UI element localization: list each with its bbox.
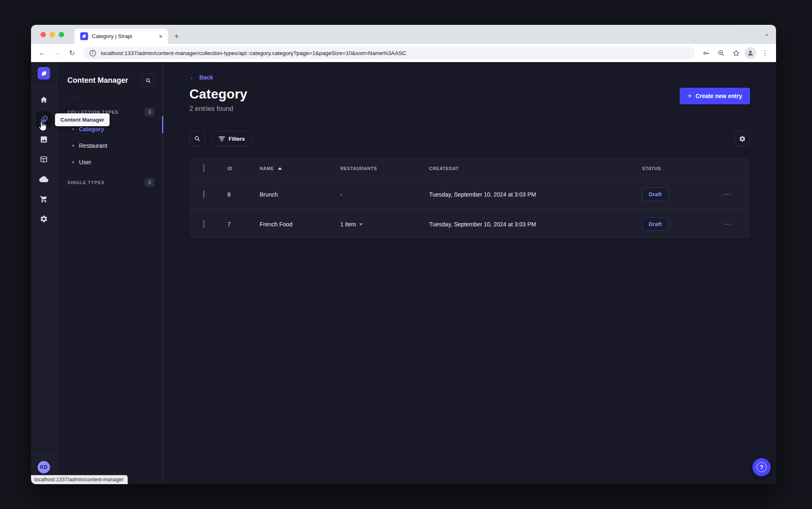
filters-label: Filters <box>229 136 245 142</box>
cell-id: 8 <box>213 191 245 198</box>
page-title: Category <box>189 86 247 102</box>
single-types-label: SINGLE TYPES <box>67 180 105 185</box>
tab-overflow-chevron-icon[interactable]: ⌄ <box>764 30 769 37</box>
browser-menu-icon[interactable]: ⋮ <box>759 47 771 59</box>
browser-reload-button[interactable]: ↻ <box>66 47 78 59</box>
subnav-search-button[interactable] <box>141 74 155 87</box>
filter-icon <box>219 136 225 142</box>
table-row[interactable]: 7 French Food 1 item Tuesday, September … <box>189 209 750 239</box>
content-type-builder-icon[interactable] <box>36 151 52 168</box>
create-button-label: Create new entry <box>695 93 742 99</box>
browser-toolbar: ← → ↻ localhost:1337/admin/content-manag… <box>31 44 776 62</box>
column-header-id[interactable]: ID <box>213 166 245 171</box>
status-bar-link-preview: localhost:1337/admin/content-manager <box>31 475 128 484</box>
hand-cursor-icon <box>38 121 48 132</box>
cell-restaurants: - <box>325 191 414 198</box>
rail-divider <box>31 87 57 87</box>
column-header-restaurants[interactable]: RESTAURANTS <box>325 166 414 171</box>
arrow-left-icon: ← <box>189 74 196 81</box>
browser-forward-button[interactable]: → <box>51 47 63 59</box>
bullet-icon <box>72 128 74 130</box>
table-search-button[interactable] <box>189 131 205 146</box>
select-all-checkbox[interactable] <box>203 164 204 172</box>
close-window-button[interactable] <box>41 32 46 37</box>
row-more-actions-icon[interactable]: ⋯ <box>723 220 731 228</box>
gear-icon <box>739 135 746 142</box>
single-types-count: 0 <box>145 178 155 187</box>
nav-item-label: Category <box>79 126 104 132</box>
table-header-row: ID NAME RESTAURANTS CREATEDAT STATUS <box>189 158 750 179</box>
cell-id: 7 <box>213 221 245 228</box>
nav-item-label: User <box>79 159 91 166</box>
entries-table: ID NAME RESTAURANTS CREATEDAT STATUS 8 B… <box>189 158 750 239</box>
marketplace-cart-icon[interactable] <box>36 191 52 207</box>
question-mark-icon: ? <box>757 462 767 472</box>
url-text: localhost:1337/admin/content-manager/col… <box>101 50 406 56</box>
column-header-createdat[interactable]: CREATEDAT <box>414 166 627 171</box>
column-header-name[interactable]: NAME <box>245 166 325 171</box>
bullet-icon <box>72 161 74 163</box>
browser-back-button[interactable]: ← <box>36 47 48 59</box>
main-content: ← Back Category 2 entries found + Create… <box>163 62 776 484</box>
window-controls <box>41 32 64 37</box>
zoom-in-icon[interactable] <box>715 47 727 59</box>
rail-bottom-divider <box>31 455 57 456</box>
info-icon[interactable] <box>89 49 97 57</box>
back-link[interactable]: ← Back <box>189 74 213 81</box>
row-more-actions-icon[interactable]: ⋯ <box>723 190 731 199</box>
cell-createdat: Tuesday, September 10, 2024 at 3:03 PM <box>414 191 627 198</box>
cell-name: Brunch <box>245 191 325 198</box>
sidebar-item-user[interactable]: User <box>67 154 155 170</box>
minimize-window-button[interactable] <box>50 32 55 37</box>
browser-tab[interactable]: Category | Strapi × <box>74 29 168 44</box>
browser-tab-strip: Category | Strapi × + ⌄ <box>31 25 776 44</box>
strapi-admin: KD Content Manager COLLECTION TYPES 3 Ca… <box>31 62 776 484</box>
sidebar-item-restaurant[interactable]: Restaurant <box>67 137 155 154</box>
search-icon <box>145 77 151 84</box>
cell-name: French Food <box>245 221 325 228</box>
strapi-logo[interactable] <box>38 67 50 79</box>
home-icon[interactable] <box>36 91 52 108</box>
bookmark-star-icon[interactable] <box>730 47 742 59</box>
bullet-icon <box>72 145 74 146</box>
cell-createdat: Tuesday, September 10, 2024 at 3:03 PM <box>414 221 627 228</box>
view-settings-button[interactable] <box>734 131 750 146</box>
user-avatar[interactable]: KD <box>38 461 50 473</box>
content-manager-tooltip: Content Manager <box>55 113 110 126</box>
subnav-divider <box>67 97 77 98</box>
subnav-title: Content Manager <box>67 76 128 85</box>
status-badge: Draft <box>642 217 669 231</box>
media-library-icon[interactable] <box>36 131 52 148</box>
chevron-down-icon <box>359 223 363 226</box>
row-checkbox[interactable] <box>203 190 204 198</box>
status-badge: Draft <box>642 187 669 201</box>
cell-restaurants[interactable]: 1 item <box>325 221 414 228</box>
settings-gear-icon[interactable] <box>36 211 52 227</box>
back-label: Back <box>199 74 213 81</box>
tab-title: Category | Strapi <box>92 33 154 39</box>
password-key-icon[interactable] <box>700 47 712 59</box>
help-button[interactable]: ? <box>752 458 771 476</box>
nav-item-label: Restaurant <box>79 142 107 149</box>
plus-icon: + <box>688 92 692 100</box>
new-tab-button[interactable]: + <box>170 30 183 43</box>
browser-window: Category | Strapi × + ⌄ ← → ↻ localhost:… <box>31 25 776 484</box>
tab-close-icon[interactable]: × <box>158 33 164 40</box>
column-header-status[interactable]: STATUS <box>627 166 708 171</box>
search-icon <box>194 135 201 142</box>
active-item-indicator <box>162 116 163 133</box>
address-bar[interactable]: localhost:1337/admin/content-manager/col… <box>83 47 695 59</box>
entries-count: 2 entries found <box>189 105 247 113</box>
strapi-favicon <box>80 32 88 40</box>
row-checkbox[interactable] <box>203 220 204 228</box>
sort-ascending-icon <box>278 167 282 170</box>
cloud-deploy-icon[interactable] <box>36 171 52 187</box>
collection-types-count: 3 <box>145 108 155 117</box>
filters-button[interactable]: Filters <box>212 131 252 146</box>
browser-profile-avatar[interactable] <box>745 47 756 59</box>
zoom-window-button[interactable] <box>59 32 64 37</box>
table-row[interactable]: 8 Brunch - Tuesday, September 10, 2024 a… <box>189 179 750 209</box>
create-new-entry-button[interactable]: + Create new entry <box>680 88 750 104</box>
